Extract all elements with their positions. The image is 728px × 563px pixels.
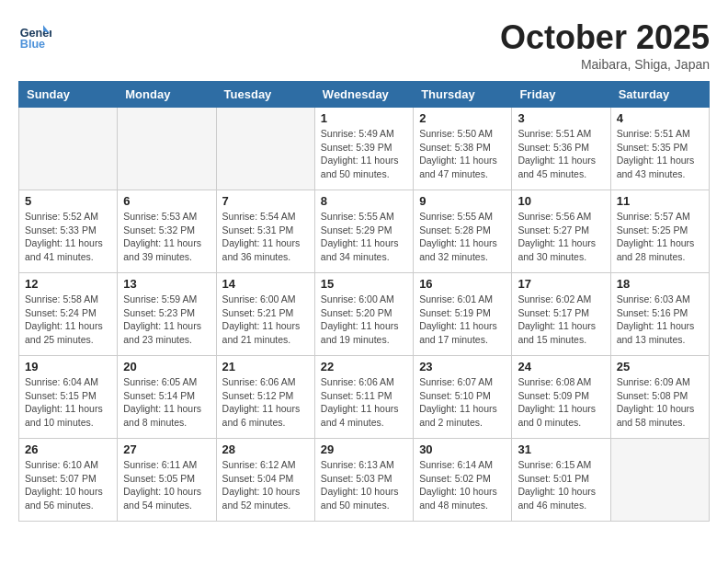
month-title: October 2025 (500, 18, 710, 57)
day-number: 17 (518, 277, 604, 291)
day-info: Sunrise: 6:05 AMSunset: 5:14 PMDaylight:… (123, 375, 210, 430)
day-number: 4 (617, 111, 703, 125)
day-number: 12 (25, 277, 111, 291)
day-number: 16 (419, 277, 506, 291)
weekday-thursday: Thursday (414, 82, 512, 108)
day-info: Sunrise: 5:51 AMSunset: 5:35 PMDaylight:… (617, 127, 703, 181)
calendar-cell (216, 108, 314, 190)
day-number: 11 (617, 194, 703, 208)
weekday-tuesday: Tuesday (216, 82, 314, 108)
calendar-cell: 26Sunrise: 6:10 AMSunset: 5:07 PMDayligh… (19, 439, 118, 522)
weekday-sunday: Sunday (19, 82, 118, 108)
calendar-cell: 12Sunrise: 5:58 AMSunset: 5:24 PMDayligh… (19, 273, 118, 356)
day-info: Sunrise: 5:55 AMSunset: 5:28 PMDaylight:… (419, 210, 506, 264)
calendar-cell: 25Sunrise: 6:09 AMSunset: 5:08 PMDayligh… (610, 356, 709, 439)
day-info: Sunrise: 5:54 AMSunset: 5:31 PMDaylight:… (222, 210, 309, 264)
day-info: Sunrise: 6:10 AMSunset: 5:07 PMDaylight:… (25, 458, 111, 512)
day-info: Sunrise: 6:08 AMSunset: 5:09 PMDaylight:… (518, 375, 604, 430)
day-number: 26 (25, 442, 111, 456)
day-info: Sunrise: 5:55 AMSunset: 5:29 PMDaylight:… (321, 210, 407, 264)
calendar-cell: 18Sunrise: 6:03 AMSunset: 5:16 PMDayligh… (610, 273, 709, 356)
calendar-cell: 9Sunrise: 5:55 AMSunset: 5:28 PMDaylight… (414, 190, 512, 273)
calendar-cell: 28Sunrise: 6:12 AMSunset: 5:04 PMDayligh… (216, 439, 314, 522)
calendar-week-3: 12Sunrise: 5:58 AMSunset: 5:24 PMDayligh… (19, 273, 710, 356)
day-number: 19 (25, 360, 111, 373)
day-info: Sunrise: 5:59 AMSunset: 5:23 PMDaylight:… (123, 293, 210, 347)
day-number: 2 (419, 111, 506, 125)
day-number: 25 (617, 360, 703, 373)
weekday-wednesday: Wednesday (314, 82, 413, 108)
calendar-cell: 11Sunrise: 5:57 AMSunset: 5:25 PMDayligh… (610, 190, 709, 273)
calendar-cell: 17Sunrise: 6:02 AMSunset: 5:17 PMDayligh… (512, 273, 610, 356)
page-header: General Blue October 2025 Maibara, Shiga… (18, 18, 710, 72)
day-number: 10 (518, 194, 604, 208)
day-number: 9 (419, 194, 506, 208)
day-info: Sunrise: 6:12 AMSunset: 5:04 PMDaylight:… (222, 458, 309, 512)
day-number: 13 (123, 277, 210, 291)
day-number: 14 (222, 277, 309, 291)
calendar-cell: 30Sunrise: 6:14 AMSunset: 5:02 PMDayligh… (414, 439, 512, 522)
calendar-cell: 24Sunrise: 6:08 AMSunset: 5:09 PMDayligh… (512, 356, 610, 439)
title-area: October 2025 Maibara, Shiga, Japan (500, 18, 710, 72)
calendar-cell: 5Sunrise: 5:52 AMSunset: 5:33 PMDaylight… (19, 190, 118, 273)
day-number: 8 (321, 194, 407, 208)
day-number: 24 (518, 360, 604, 373)
svg-text:Blue: Blue (20, 38, 45, 51)
day-number: 20 (123, 360, 210, 373)
calendar-week-4: 19Sunrise: 6:04 AMSunset: 5:15 PMDayligh… (19, 356, 710, 439)
calendar-body: 1Sunrise: 5:49 AMSunset: 5:39 PMDaylight… (19, 108, 710, 522)
day-info: Sunrise: 5:52 AMSunset: 5:33 PMDaylight:… (25, 210, 111, 264)
day-info: Sunrise: 5:51 AMSunset: 5:36 PMDaylight:… (518, 127, 604, 181)
day-number: 6 (123, 194, 210, 208)
calendar-cell: 20Sunrise: 6:05 AMSunset: 5:14 PMDayligh… (118, 356, 216, 439)
calendar-cell: 14Sunrise: 6:00 AMSunset: 5:21 PMDayligh… (216, 273, 314, 356)
day-info: Sunrise: 5:49 AMSunset: 5:39 PMDaylight:… (321, 127, 407, 181)
day-number: 23 (419, 360, 506, 373)
calendar-cell (19, 108, 118, 190)
calendar-cell: 6Sunrise: 5:53 AMSunset: 5:32 PMDaylight… (118, 190, 216, 273)
calendar-cell: 1Sunrise: 5:49 AMSunset: 5:39 PMDaylight… (314, 108, 413, 190)
day-info: Sunrise: 6:07 AMSunset: 5:10 PMDaylight:… (419, 375, 506, 430)
day-number: 18 (617, 277, 703, 291)
day-info: Sunrise: 6:06 AMSunset: 5:11 PMDaylight:… (321, 375, 407, 430)
day-number: 31 (518, 442, 604, 456)
day-number: 5 (25, 194, 111, 208)
calendar-week-2: 5Sunrise: 5:52 AMSunset: 5:33 PMDaylight… (19, 190, 710, 273)
logo: General Blue (18, 18, 51, 52)
calendar-cell (118, 108, 216, 190)
calendar-cell: 19Sunrise: 6:04 AMSunset: 5:15 PMDayligh… (19, 356, 118, 439)
day-info: Sunrise: 6:01 AMSunset: 5:19 PMDaylight:… (419, 293, 506, 347)
day-info: Sunrise: 5:50 AMSunset: 5:38 PMDaylight:… (419, 127, 506, 181)
calendar-cell: 27Sunrise: 6:11 AMSunset: 5:05 PMDayligh… (118, 439, 216, 522)
calendar-cell: 15Sunrise: 6:00 AMSunset: 5:20 PMDayligh… (314, 273, 413, 356)
day-info: Sunrise: 5:53 AMSunset: 5:32 PMDaylight:… (123, 210, 210, 264)
day-number: 22 (321, 360, 407, 373)
calendar-week-5: 26Sunrise: 6:10 AMSunset: 5:07 PMDayligh… (19, 439, 710, 522)
day-info: Sunrise: 6:02 AMSunset: 5:17 PMDaylight:… (518, 293, 604, 347)
weekday-header-row: SundayMondayTuesdayWednesdayThursdayFrid… (19, 82, 710, 108)
calendar-cell: 8Sunrise: 5:55 AMSunset: 5:29 PMDaylight… (314, 190, 413, 273)
day-info: Sunrise: 6:13 AMSunset: 5:03 PMDaylight:… (321, 458, 407, 512)
weekday-monday: Monday (118, 82, 216, 108)
day-info: Sunrise: 6:15 AMSunset: 5:01 PMDaylight:… (518, 458, 604, 512)
calendar-cell: 31Sunrise: 6:15 AMSunset: 5:01 PMDayligh… (512, 439, 610, 522)
calendar-cell: 23Sunrise: 6:07 AMSunset: 5:10 PMDayligh… (414, 356, 512, 439)
day-number: 21 (222, 360, 309, 373)
day-number: 3 (518, 111, 604, 125)
calendar-cell: 10Sunrise: 5:56 AMSunset: 5:27 PMDayligh… (512, 190, 610, 273)
calendar-cell: 21Sunrise: 6:06 AMSunset: 5:12 PMDayligh… (216, 356, 314, 439)
day-number: 29 (321, 442, 407, 456)
weekday-friday: Friday (512, 82, 610, 108)
day-info: Sunrise: 5:56 AMSunset: 5:27 PMDaylight:… (518, 210, 604, 264)
day-number: 7 (222, 194, 309, 208)
calendar-cell: 4Sunrise: 5:51 AMSunset: 5:35 PMDaylight… (610, 108, 709, 190)
day-number: 1 (321, 111, 407, 125)
logo-icon: General Blue (18, 18, 51, 52)
day-info: Sunrise: 6:14 AMSunset: 5:02 PMDaylight:… (419, 458, 506, 512)
day-info: Sunrise: 6:00 AMSunset: 5:21 PMDaylight:… (222, 293, 309, 347)
calendar-cell: 3Sunrise: 5:51 AMSunset: 5:36 PMDaylight… (512, 108, 610, 190)
day-number: 27 (123, 442, 210, 456)
calendar-cell: 22Sunrise: 6:06 AMSunset: 5:11 PMDayligh… (314, 356, 413, 439)
calendar-cell: 13Sunrise: 5:59 AMSunset: 5:23 PMDayligh… (118, 273, 216, 356)
day-number: 30 (419, 442, 506, 456)
